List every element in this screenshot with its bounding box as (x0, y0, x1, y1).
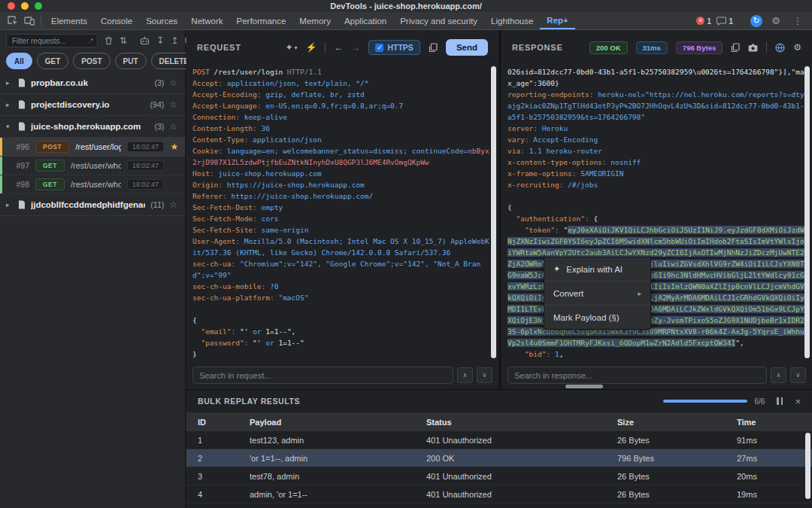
window-title: DevTools - juice-shop.herokuapp.com/ (0, 2, 812, 11)
table-row-1[interactable]: 1test123, admin401 Unauthorized26 Bytes9… (186, 431, 812, 449)
filter-requests-input[interactable] (11, 36, 89, 46)
issues-badge[interactable]: 1 (717, 17, 733, 26)
search-prev-button[interactable]: ∧ (457, 367, 473, 383)
request-row-96[interactable]: #96POST/rest/user/login18:02:47★ (0, 138, 185, 157)
table-cell: 27ms (726, 454, 812, 463)
search-in-request-input[interactable] (192, 367, 453, 384)
ai-sparkle-icon[interactable]: ✦▾ (285, 42, 297, 53)
method-badge: GET (35, 160, 65, 172)
regex-toggle[interactable]: .* (89, 37, 93, 44)
request-row-98[interactable]: #98GET/rest/user/whoami18:02:47 (0, 175, 185, 194)
table-cell: 26 Bytes (606, 490, 726, 499)
tab-rep[interactable]: Rep+ (540, 12, 574, 29)
tab-elements[interactable]: Elements (44, 12, 94, 29)
tab-network[interactable]: Network (184, 12, 229, 29)
screenshot-camera-icon[interactable] (748, 44, 758, 52)
chevron-right-icon[interactable]: ▸ (6, 101, 13, 108)
request-editor[interactable]: POST /rest/user/login HTTP/1.1Accept: ap… (186, 65, 498, 361)
pause-icon[interactable] (777, 397, 783, 405)
filter-pill-post[interactable]: POST (73, 53, 110, 69)
sort-icon[interactable]: ⇅ (120, 35, 127, 46)
search-in-response-input[interactable] (508, 367, 767, 384)
menu-item-explain-with-ai[interactable]: ✦Explain with AI (544, 257, 650, 281)
filter-pill-all[interactable]: All (6, 53, 32, 69)
table-row-3[interactable]: 3test78, admin401 Unauthorized26 Bytes20… (186, 467, 812, 485)
menu-item-mark-payload[interactable]: Mark Payload (§) (544, 305, 650, 329)
search-next-button[interactable]: ∨ (790, 367, 806, 383)
minimize-window-button[interactable] (21, 2, 29, 10)
request-star-icon[interactable]: ★ (170, 141, 179, 152)
trash-icon[interactable] (105, 36, 113, 45)
request-path: /rest/user/whoami (71, 180, 121, 189)
response-scrollbar[interactable] (804, 66, 810, 358)
code-line: via: 1.1 heroku-router (508, 145, 804, 157)
method-badge: GET (35, 178, 65, 190)
host-star-icon[interactable]: ☆ (169, 78, 177, 88)
response-settings-gear-icon[interactable]: ⚙ (793, 42, 801, 53)
issue-count: 1 (729, 17, 733, 26)
tab-application[interactable]: Application (338, 12, 393, 29)
column-header-status: Status (415, 418, 606, 427)
search-next-button[interactable]: ∨ (477, 367, 492, 383)
host-name: propbar.co.uk (31, 78, 149, 87)
code-line: Sec-Fetch-Dest: empty (192, 202, 491, 213)
copy-response-icon[interactable] (731, 43, 740, 53)
close-window-button[interactable] (8, 2, 15, 10)
export-icon[interactable]: ↥ (171, 35, 178, 46)
request-scrollbar[interactable] (491, 66, 496, 358)
import-icon[interactable]: ↧ (156, 35, 164, 46)
code-line: } (192, 348, 491, 360)
history-forward-icon[interactable]: → (351, 42, 360, 53)
response-toolbar: 200 OK 31ms 796 Bytes ⚙ (589, 41, 801, 54)
bulk-table-scrollbar[interactable] (805, 433, 810, 499)
request-status-marker (0, 157, 2, 175)
splitter-drag-handle[interactable] (565, 385, 603, 388)
host-star-icon[interactable]: ☆ (169, 99, 177, 110)
host-row-jjdcobllfccddmedphidfgenaeiklada[interactable]: ▸jjdcobllfccddmedphidfgenaeiklada(11)☆ (0, 194, 185, 216)
request-id: #96 (8, 142, 29, 151)
request-row-97[interactable]: #97GET/rest/user/whoami18:02:47 (0, 157, 185, 175)
copy-request-icon[interactable] (429, 43, 438, 53)
inspect-element-icon[interactable] (5, 12, 21, 29)
filter-pill-get[interactable]: GET (37, 53, 69, 69)
method-filter-pills: AllGETPOSTPUTDELETE★ (0, 51, 185, 71)
lightning-icon[interactable]: ⚡ (305, 42, 317, 53)
settings-gear-icon[interactable]: ⚙ (768, 15, 784, 26)
send-button[interactable]: Send (446, 39, 488, 56)
host-star-icon[interactable]: ☆ (169, 121, 177, 132)
chevron-right-icon[interactable]: ▸ (6, 79, 13, 87)
more-menu-icon[interactable]: ⋮ (789, 16, 806, 26)
table-cell: 2 (186, 454, 238, 463)
table-row-2[interactable]: 2'or 1=1--, admin200 OK796 Bytes27ms (186, 449, 812, 467)
tab-sources[interactable]: Sources (139, 12, 184, 29)
error-count-badge[interactable]: ×1 (696, 17, 711, 26)
history-back-icon[interactable]: ← (334, 42, 343, 53)
host-row-projectdiscovery-io[interactable]: ▸projectdiscovery.io(94)☆ (0, 94, 185, 116)
response-time-badge: 31ms (636, 41, 668, 54)
table-row-4[interactable]: 4admin, 'or 1=1--401 Unauthorized26 Byte… (186, 485, 812, 503)
https-checkbox[interactable]: ✓ (375, 44, 383, 52)
host-row-propbar-co-uk[interactable]: ▸propbar.co.uk(3)☆ (0, 72, 185, 94)
chevron-right-icon[interactable]: ▸ (6, 201, 13, 208)
device-toolbar-icon[interactable] (21, 12, 38, 29)
filter-pill-put[interactable]: PUT (115, 53, 147, 69)
host-star-icon[interactable]: ☆ (169, 199, 177, 210)
host-row-juice-shop-herokuapp-com[interactable]: ▾juice-shop.herokuapp.com(3)☆ (0, 116, 185, 138)
chevron-down-icon[interactable]: ▾ (6, 123, 13, 130)
https-toggle[interactable]: ✓ HTTPS (368, 40, 420, 55)
filter-requests-box[interactable]: .* (6, 34, 98, 47)
tab-performance[interactable]: Performance (230, 12, 293, 29)
sidebar-toolbar: .* ⇅ ↧ ↥ (0, 30, 185, 51)
robot-icon[interactable] (140, 36, 150, 45)
tab-lighthouse[interactable]: Lighthouse (484, 12, 540, 29)
tab-console[interactable]: Console (94, 12, 139, 29)
close-icon[interactable]: × (795, 396, 801, 407)
search-prev-button[interactable]: ∧ (771, 367, 786, 383)
file-icon (18, 78, 26, 87)
tab-privacy-and-security[interactable]: Privacy and security (393, 12, 484, 29)
tab-memory[interactable]: Memory (292, 12, 338, 29)
extension-icon[interactable]: ↻ (750, 15, 762, 27)
zoom-window-button[interactable] (35, 2, 42, 10)
menu-item-convert[interactable]: Convert▸ (544, 281, 650, 305)
render-in-browser-icon[interactable] (775, 43, 785, 53)
